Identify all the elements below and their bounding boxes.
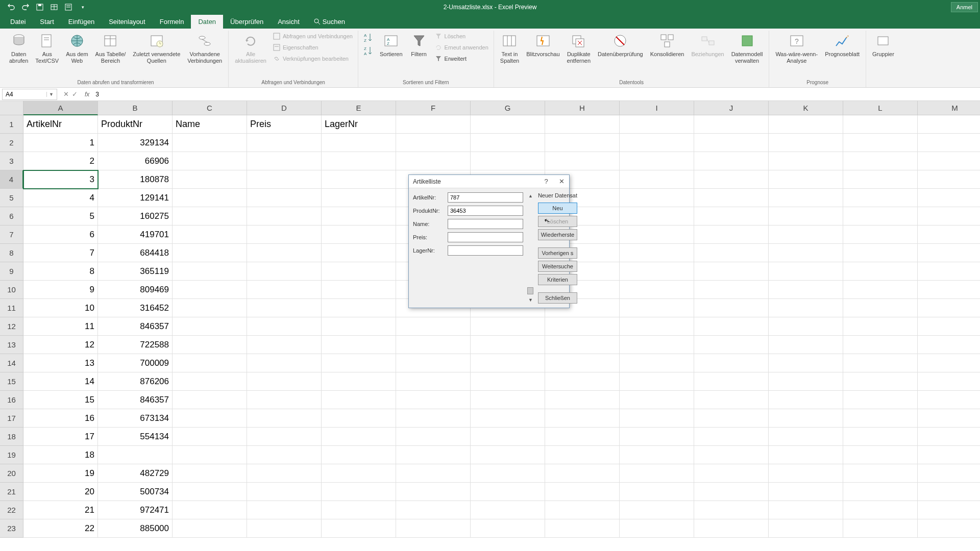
cell-L12[interactable] [843,317,918,336]
cell-C9[interactable] [173,262,247,281]
cell-B17[interactable]: 673134 [98,409,173,428]
col-header-K[interactable]: K [769,101,843,115]
cell-D22[interactable] [247,501,322,519]
row-header-17[interactable]: 17 [0,409,23,428]
cell-A3[interactable]: 2 [23,152,98,170]
cell-K13[interactable] [769,336,843,354]
cell-A4[interactable]: 3 [23,170,98,189]
row-header-8[interactable]: 8 [0,244,23,262]
cell-J3[interactable] [694,152,769,170]
row-header-1[interactable]: 1 [0,115,23,134]
formula-input[interactable]: 3 [92,91,980,98]
btn-sort-desc[interactable]: ZA [361,44,376,57]
cell-C11[interactable] [173,299,247,317]
cell-K10[interactable] [769,281,843,299]
cell-I1[interactable] [620,115,694,134]
cell-I6[interactable] [620,207,694,226]
cell-I21[interactable] [620,483,694,501]
cell-E5[interactable] [322,189,396,207]
btn-aus-web[interactable]: Aus dem Web [63,31,91,66]
signin-button[interactable]: Anmel [951,2,978,12]
cell-G18[interactable] [471,428,545,446]
row-header-2[interactable]: 2 [0,134,23,152]
cell-H1[interactable] [545,115,620,134]
cell-B19[interactable] [98,446,173,464]
row-header-18[interactable]: 18 [0,428,23,446]
cell-L15[interactable] [843,372,918,391]
cell-K14[interactable] [769,354,843,372]
col-header-D[interactable]: D [247,101,322,115]
cell-I16[interactable] [620,391,694,409]
col-header-F[interactable]: F [396,101,471,115]
row-header-9[interactable]: 9 [0,262,23,281]
cell-L4[interactable] [843,170,918,189]
cell-E3[interactable] [322,152,396,170]
cell-K5[interactable] [769,189,843,207]
cell-G3[interactable] [471,152,545,170]
tab-ueberpruefen[interactable]: Überprüfen [223,15,271,29]
cell-J8[interactable] [694,244,769,262]
cell-L18[interactable] [843,428,918,446]
tab-start[interactable]: Start [33,15,61,29]
cell-A13[interactable]: 12 [23,336,98,354]
cell-E16[interactable] [322,391,396,409]
cell-D17[interactable] [247,409,322,428]
cell-F23[interactable] [396,519,471,538]
cell-H13[interactable] [545,336,620,354]
cell-A22[interactable]: 21 [23,501,98,519]
cell-E18[interactable] [322,428,396,446]
row-header-22[interactable]: 22 [0,501,23,519]
cell-C12[interactable] [173,317,247,336]
cell-B10[interactable]: 809469 [98,281,173,299]
cell-C2[interactable] [173,134,247,152]
customize-qat-icon[interactable]: ▾ [78,2,88,12]
cell-I17[interactable] [620,409,694,428]
row-header-10[interactable]: 10 [0,281,23,299]
cell-M13[interactable] [918,336,980,354]
cell-H19[interactable] [545,446,620,464]
cell-C20[interactable] [173,464,247,483]
cell-F21[interactable] [396,483,471,501]
cell-M6[interactable] [918,207,980,226]
btn-zuletzt[interactable]: Zuletzt verwendete Quellen [130,31,183,66]
cell-A1[interactable]: ArtikelNr [23,115,98,134]
cell-L21[interactable] [843,483,918,501]
cell-A5[interactable]: 4 [23,189,98,207]
cell-J14[interactable] [694,354,769,372]
cell-I14[interactable] [620,354,694,372]
cell-G22[interactable] [471,501,545,519]
cell-B5[interactable]: 129141 [98,189,173,207]
cell-G20[interactable] [471,464,545,483]
btn-aus-tabelle[interactable]: Aus Tabelle/ Bereich [92,31,129,66]
cell-G16[interactable] [471,391,545,409]
cell-D23[interactable] [247,519,322,538]
cell-G15[interactable] [471,372,545,391]
cell-M22[interactable] [918,501,980,519]
cell-K11[interactable] [769,299,843,317]
cell-D20[interactable] [247,464,322,483]
cell-A8[interactable]: 7 [23,244,98,262]
cell-K18[interactable] [769,428,843,446]
cell-B9[interactable]: 365119 [98,262,173,281]
col-header-L[interactable]: L [843,101,918,115]
row-header-12[interactable]: 12 [0,317,23,336]
cell-H20[interactable] [545,464,620,483]
cell-I10[interactable] [620,281,694,299]
cell-G19[interactable] [471,446,545,464]
cell-I22[interactable] [620,501,694,519]
input-preis[interactable] [448,232,523,242]
cell-A16[interactable]: 15 [23,391,98,409]
cell-D3[interactable] [247,152,322,170]
cell-D13[interactable] [247,336,322,354]
cell-E15[interactable] [322,372,396,391]
cell-L7[interactable] [843,226,918,244]
cell-C4[interactable] [173,170,247,189]
cell-F2[interactable] [396,134,471,152]
cell-C19[interactable] [173,446,247,464]
cell-J22[interactable] [694,501,769,519]
cell-M3[interactable] [918,152,980,170]
col-header-H[interactable]: H [545,101,620,115]
cell-F13[interactable] [396,336,471,354]
cell-G14[interactable] [471,354,545,372]
cell-J10[interactable] [694,281,769,299]
